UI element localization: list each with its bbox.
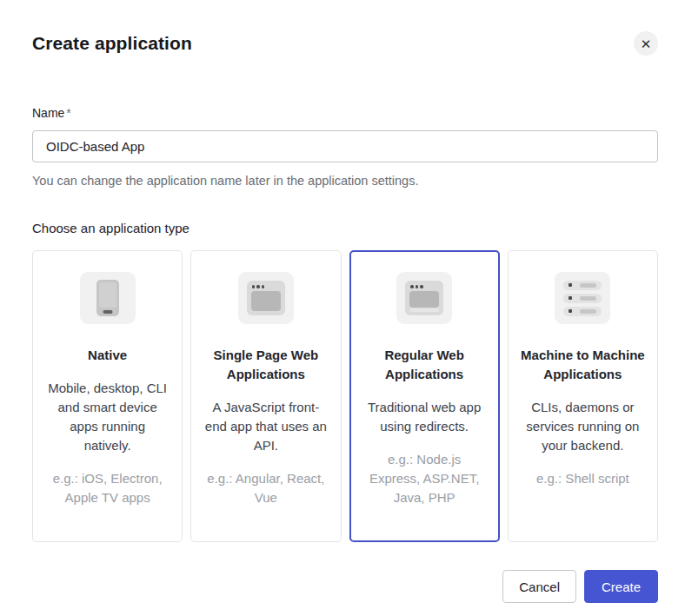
browser-icon xyxy=(238,272,294,324)
card-title: Single Page Web Applications xyxy=(203,346,328,384)
card-machine-to-machine[interactable]: Machine to Machine Applications CLIs, da… xyxy=(508,250,658,542)
card-description: CLIs, daemons or services running on you… xyxy=(521,398,645,455)
card-single-page-web[interactable]: Single Page Web Applications A JavaScrip… xyxy=(190,250,341,542)
server-rack-icon xyxy=(555,272,610,324)
close-icon: ✕ xyxy=(641,37,652,50)
name-helper-text: You can change the application name late… xyxy=(32,174,658,188)
cancel-button[interactable]: Cancel xyxy=(502,570,576,603)
application-type-label: Choose an application type xyxy=(32,221,658,235)
create-application-modal: Create application ✕ Name* You can chang… xyxy=(0,0,685,616)
modal-title: Create application xyxy=(32,31,192,54)
modal-header: Create application ✕ xyxy=(32,31,658,56)
card-description: Mobile, desktop, CLI and smart device ap… xyxy=(45,379,170,455)
create-button[interactable]: Create xyxy=(584,570,658,603)
close-button[interactable]: ✕ xyxy=(634,31,658,56)
phone-icon xyxy=(80,272,136,324)
application-type-cards: Native Mobile, desktop, CLI and smart de… xyxy=(32,250,658,542)
application-name-input[interactable] xyxy=(32,130,658,162)
card-title: Native xyxy=(88,346,127,365)
name-label-text: Name xyxy=(32,106,64,120)
card-description: Traditional web app using redirects. xyxy=(362,398,487,436)
browser-server-icon xyxy=(396,272,452,324)
card-title: Regular Web Applications xyxy=(362,346,487,384)
card-examples: e.g.: Angular, React, Vue xyxy=(203,469,328,507)
card-title: Machine to Machine Applications xyxy=(521,346,645,384)
card-description: A JavaScript front-end app that uses an … xyxy=(203,398,328,455)
card-examples: e.g.: Shell script xyxy=(536,469,629,488)
card-examples: e.g.: Node.js Express, ASP.NET, Java, PH… xyxy=(362,450,487,507)
card-regular-web[interactable]: Regular Web Applications Traditional web… xyxy=(349,250,500,542)
required-marker: * xyxy=(66,106,70,120)
modal-footer: Cancel Create xyxy=(32,570,658,603)
name-field-label: Name* xyxy=(32,106,658,120)
card-native[interactable]: Native Mobile, desktop, CLI and smart de… xyxy=(32,250,183,542)
card-examples: e.g.: iOS, Electron, Apple TV apps xyxy=(45,469,170,507)
